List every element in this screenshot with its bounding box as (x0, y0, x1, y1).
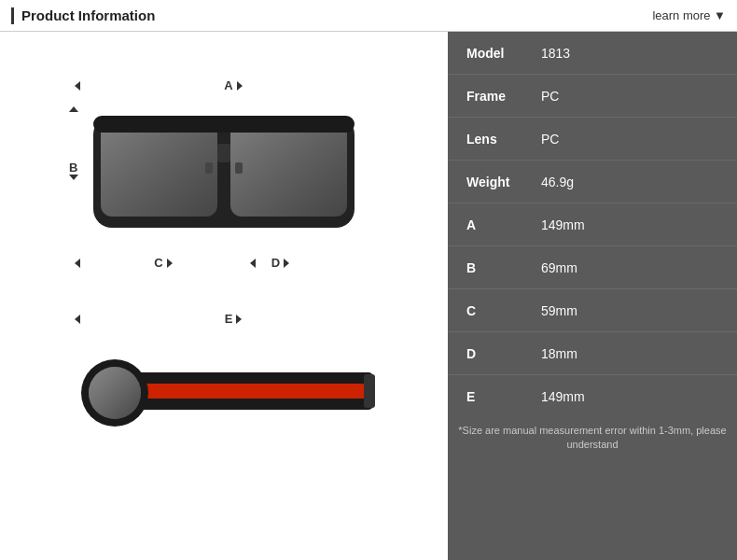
dimension-c-label: C (150, 256, 166, 270)
specs-container: Model1813FramePCLensPCWeight46.9gA149mmB… (448, 32, 737, 418)
svg-rect-5 (235, 162, 243, 174)
header-title-wrapper: Product Information (11, 7, 155, 24)
dimension-b-label: B (65, 161, 81, 175)
spec-label: A (466, 217, 541, 232)
page-title: Product Information (21, 7, 155, 23)
dimension-d-label: D (268, 256, 284, 270)
svg-rect-3 (217, 144, 230, 162)
spec-row: B69mm (448, 246, 737, 289)
arrow-left-d (250, 259, 268, 268)
header-bar-decoration (11, 7, 14, 24)
arrow-left-a (75, 81, 220, 91)
spec-row: Model1813 (448, 32, 737, 75)
spec-label: Frame (466, 89, 541, 104)
svg-rect-2 (230, 123, 347, 217)
footnote-text: *Size are manual measurement error withi… (448, 418, 737, 458)
svg-rect-9 (364, 374, 375, 408)
spec-value: 1813 (541, 46, 570, 61)
left-panel: A B (0, 32, 448, 560)
arrow-right-c (167, 259, 243, 268)
dimension-c-line: C (75, 256, 243, 270)
dimension-a-line: A (75, 78, 382, 92)
spec-value: 18mm (541, 346, 577, 361)
dimension-a-label: A (220, 78, 236, 92)
spec-label: E (466, 389, 541, 404)
dimension-e-label: E (221, 312, 237, 326)
front-view-area: A B (56, 50, 401, 302)
spec-row: E149mm (448, 375, 737, 418)
dimension-b-line: B (65, 106, 81, 228)
spec-row: FramePC (448, 75, 737, 118)
spec-row: D18mm (448, 332, 737, 375)
dimension-d-line: D (250, 256, 301, 270)
arrow-left-e (75, 315, 221, 324)
glasses-side-image (56, 335, 401, 456)
spec-row: A149mm (448, 203, 737, 246)
arrow-right-d (284, 259, 301, 268)
spec-value: 149mm (541, 217, 585, 232)
spec-label: C (466, 303, 541, 318)
arrow-right-e (236, 315, 382, 324)
svg-rect-4 (205, 162, 213, 174)
page-header: Product Information learn more ▼ (0, 0, 737, 32)
spec-row: LensPC (448, 118, 737, 161)
arrow-right-a (237, 81, 382, 91)
svg-rect-1 (101, 123, 217, 217)
spec-value: PC (541, 89, 559, 104)
spec-label: Model (466, 46, 541, 61)
svg-rect-6 (93, 116, 355, 133)
spec-label: Lens (466, 132, 541, 147)
spec-label: D (466, 346, 541, 361)
learn-more-link[interactable]: learn more ▼ (652, 8, 726, 22)
spec-label: B (466, 260, 541, 275)
spec-value: PC (541, 132, 559, 147)
main-content: A B (0, 32, 737, 560)
svg-rect-8 (131, 384, 368, 399)
spec-value: 59mm (541, 303, 577, 318)
spec-row: C59mm (448, 289, 737, 332)
arrow-up-b (69, 106, 78, 161)
specs-panel: Model1813FramePCLensPCWeight46.9gA149mmB… (448, 32, 737, 560)
glasses-front-image (84, 97, 392, 256)
spec-row: Weight46.9g (448, 161, 737, 203)
spec-label: Weight (466, 175, 541, 189)
spec-value: 69mm (541, 260, 577, 275)
dimension-e-line: E (56, 312, 401, 326)
spec-value: 46.9g (541, 175, 574, 189)
arrow-left-c (75, 259, 150, 268)
svg-point-12 (89, 367, 141, 419)
arrow-down-b (69, 175, 78, 229)
spec-value: 149mm (541, 389, 585, 404)
